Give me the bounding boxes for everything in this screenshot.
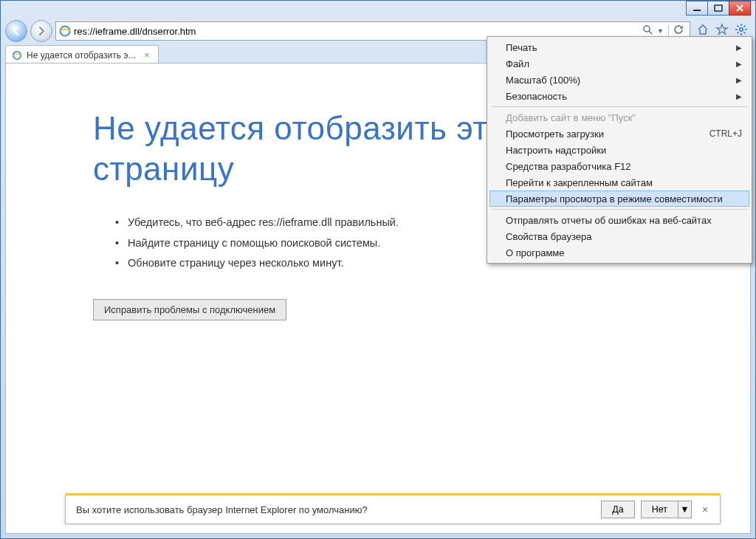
notification-no-split: Нет ▼ [641, 501, 692, 518]
back-button[interactable] [5, 20, 27, 42]
menu-item-label: Настроить надстройки [506, 145, 606, 156]
notification-yes-button[interactable]: Да [601, 501, 634, 518]
separator [668, 25, 669, 37]
menu-item[interactable]: Безопасность▶ [489, 88, 749, 104]
menu-shortcut: CTRL+J [709, 128, 742, 139]
menu-item[interactable]: Настроить надстройки [489, 142, 749, 158]
menu-item-label: Добавить сайт в меню "Пуск" [506, 112, 636, 123]
default-browser-notification: Вы хотите использовать браузер Internet … [65, 495, 721, 524]
maximize-button[interactable] [707, 1, 729, 16]
forward-button[interactable] [30, 20, 52, 42]
dropdown-icon[interactable]: ▼ [657, 27, 664, 35]
notification-close-icon[interactable]: × [698, 504, 712, 515]
tab-close-icon[interactable]: × [142, 50, 152, 61]
menu-item-label: Печать [506, 42, 537, 53]
close-button[interactable] [729, 1, 751, 16]
notification-no-dropdown[interactable]: ▼ [678, 501, 692, 518]
menu-item[interactable]: Отправлять отчеты об ошибках на веб-сайт… [489, 212, 749, 228]
submenu-arrow-icon: ▶ [736, 76, 742, 84]
minimize-button[interactable] [686, 1, 708, 16]
fix-connection-button[interactable]: Исправить проблемы с подключением [93, 299, 286, 320]
svg-rect-1 [715, 5, 722, 11]
notification-no-button[interactable]: Нет [641, 501, 678, 518]
menu-item[interactable]: Печать▶ [489, 39, 749, 55]
svg-point-4 [740, 28, 743, 31]
url-input[interactable] [74, 26, 636, 37]
menu-item[interactable]: О программе [489, 244, 749, 261]
menu-item[interactable]: Свойства браузера [489, 228, 749, 244]
notification-stripe [66, 493, 720, 495]
menu-separator [491, 106, 748, 107]
menu-item[interactable]: Средства разработчика F12 [489, 158, 749, 174]
menu-separator [491, 209, 748, 210]
menu-item-label: Перейти к закрепленным сайтам [506, 177, 653, 188]
menu-item-label: Параметры просмотра в режиме совместимос… [506, 193, 723, 205]
menu-item[interactable]: Просмотреть загрузкиCTRL+J [489, 126, 749, 142]
submenu-arrow-icon: ▶ [736, 44, 742, 52]
tab-title: Не удается отобразить эту... [27, 50, 137, 61]
svg-point-2 [61, 27, 70, 36]
menu-item: Добавить сайт в меню "Пуск" [489, 109, 749, 126]
menu-item[interactable]: Масштаб (100%)▶ [489, 72, 749, 88]
browser-tab[interactable]: Не удается отобразить эту... × [5, 45, 159, 64]
menu-item-label: Файл [506, 58, 529, 69]
browser-window: ▼ Не удается отобразить эту... × Не удае… [0, 0, 756, 539]
menu-item[interactable]: Параметры просмотра в режиме совместимос… [489, 190, 749, 207]
submenu-arrow-icon: ▶ [736, 60, 742, 68]
menu-item-label: Средства разработчика F12 [506, 161, 631, 172]
window-controls [687, 1, 751, 16]
ie-favicon-icon [59, 25, 71, 37]
menu-item-label: Просмотреть загрузки [506, 128, 604, 140]
ie-favicon-icon [12, 50, 22, 61]
svg-rect-0 [693, 10, 701, 11]
menu-item-label: Отправлять отчеты об ошибках на веб-сайт… [506, 215, 712, 226]
tools-menu: Печать▶Файл▶Масштаб (100%)▶Безопасность▶… [487, 36, 752, 264]
menu-item-label: Безопасность [506, 91, 567, 102]
menu-item[interactable]: Перейти к закрепленным сайтам [489, 174, 749, 190]
svg-point-3 [644, 26, 650, 32]
menu-item[interactable]: Файл▶ [489, 55, 749, 72]
menu-item-label: О программе [506, 247, 565, 258]
notification-text: Вы хотите использовать браузер Internet … [73, 504, 595, 515]
svg-point-5 [13, 51, 21, 59]
menu-item-label: Свойства браузера [506, 231, 591, 242]
menu-item-label: Масштаб (100%) [506, 75, 580, 86]
submenu-arrow-icon: ▶ [736, 92, 742, 100]
